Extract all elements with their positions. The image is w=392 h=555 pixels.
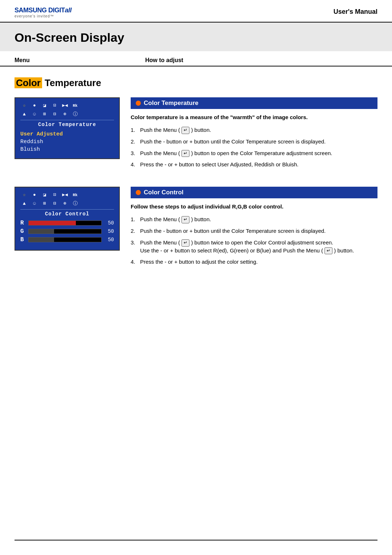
color-control-subtitle: Follow these steps to adjust individual …: [131, 203, 377, 210]
brand-name: SAMSUNG DIGITall: [15, 7, 72, 14]
osd-cc-icon-rk: Rk: [71, 192, 79, 198]
enter-button-cc-3: ↵: [181, 239, 189, 247]
main-content: Color Temperature ☆ ● ◪ ⊡ ▶◀ Rk ▲ ☺ ⊞ ⊟ …: [0, 66, 392, 295]
osd-cc-icon-contrast: ●: [30, 192, 38, 198]
osd-icon-contrast: ●: [30, 102, 38, 109]
enter-button-cc-3b: ↵: [324, 247, 332, 255]
ct-step-3: 3. Push the Menu ( ↵ ) button to open th…: [131, 149, 377, 157]
osd-icon-brightness: ☆: [20, 102, 28, 109]
osd-cc-label: Color Control: [20, 211, 114, 217]
osd-g-label: G: [20, 228, 26, 235]
osd-cc-icons-row2: ▲ ☺ ⊞ ⊟ ⊕ ⓘ: [20, 200, 114, 207]
color-control-row: ☆ ● ◪ ⊡ ▶◀ Rk ▲ ☺ ⊞ ⊟ ⊕ ⓘ Color Control …: [15, 187, 377, 270]
osd-icon-position: ⊡: [51, 102, 59, 109]
footer-line: [15, 540, 377, 540]
orange-dot-icon: [136, 101, 141, 106]
color-control-instructions: Color Control Follow these steps to adju…: [131, 187, 377, 270]
osd-b-bar-bg: [28, 237, 102, 242]
osd-g-bar-fill: [29, 229, 54, 234]
osd-g-row: G 50: [20, 228, 114, 235]
color-control-title: Color Control: [144, 189, 184, 196]
osd-r-value: 50: [104, 220, 114, 226]
osd-b-row: B 50: [20, 236, 114, 243]
color-temperature-steps: 1. Push the Menu ( ↵ ) button. 2. Push t…: [131, 126, 377, 169]
osd-cc-icons-row1: ☆ ● ◪ ⊡ ▶◀ Rk: [20, 192, 114, 198]
osd-divider: [20, 120, 114, 120]
cc-step-3: 3. Push the Menu ( ↵ ) button twice to o…: [131, 239, 377, 255]
osd-cc-icon-brightness: ☆: [20, 192, 28, 198]
osd-b-label: B: [20, 236, 26, 243]
color-temperature-osd: ☆ ● ◪ ⊡ ▶◀ Rk ▲ ☺ ⊞ ⊟ ⊕ ⓘ Color Temperat…: [15, 97, 120, 159]
enter-button-icon-2: ↵: [181, 150, 189, 157]
section-heading-highlight: Color: [15, 77, 42, 88]
color-temperature-subtitle: Color temperature is a measure of the "w…: [131, 113, 377, 121]
color-temperature-title-bar: Color Temperature: [131, 97, 377, 109]
color-temperature-row: ☆ ● ◪ ⊡ ▶◀ Rk ▲ ☺ ⊞ ⊟ ⊕ ⓘ Color Temperat…: [15, 97, 377, 172]
osd-cc-icon-sizing: ▶◀: [61, 192, 69, 198]
osd-cc-icon-info: ⓘ: [71, 200, 79, 207]
ct-step-2: 2. Push the - button or + button until t…: [131, 138, 377, 146]
osd-icon-warning: ▲: [20, 111, 28, 118]
osd-icon-sizing: ▶◀: [61, 102, 69, 109]
manual-title: User's Manual: [334, 7, 377, 16]
ct-step-4: 4. Press the - or + button to select Use…: [131, 161, 377, 169]
osd-item-bluish: Bluish: [20, 146, 114, 153]
ct-step-1: 1. Push the Menu ( ↵ ) button.: [131, 126, 377, 134]
osd-cc-divider: [20, 209, 114, 210]
osd-cc-icon-warning: ▲: [20, 200, 28, 207]
page-header: SAMSUNG DIGITall everyone's invited™ Use…: [0, 0, 392, 23]
section-heading: Color Temperature: [15, 77, 377, 89]
osd-icon-minus-box: ⊟: [51, 111, 59, 118]
logo-area: SAMSUNG DIGITall everyone's invited™: [15, 7, 72, 18]
osd-r-row: R 50: [20, 220, 114, 226]
color-control-osd: ☆ ● ◪ ⊡ ▶◀ Rk ▲ ☺ ⊞ ⊟ ⊕ ⓘ Color Control …: [15, 187, 120, 251]
osd-cc-icon-minus-box: ⊟: [51, 200, 59, 207]
enter-button-cc-1: ↵: [181, 216, 189, 223]
osd-icon-image: ◪: [41, 102, 49, 109]
osd-r-label: R: [20, 220, 26, 226]
osd-cc-icon-smile: ☺: [30, 200, 38, 207]
osd-icon-info: ⓘ: [71, 111, 79, 118]
osd-item-reddish: Reddish: [20, 138, 114, 146]
osd-ct-label: Color Temperature: [20, 122, 114, 127]
page-title-banner: On-Screen Display: [0, 23, 392, 51]
osd-icons-row1: ☆ ● ◪ ⊡ ▶◀ Rk: [20, 102, 114, 109]
osd-r-bar-bg: [28, 220, 102, 226]
cc-step-1: 1. Push the Menu ( ↵ ) button.: [131, 215, 377, 223]
osd-cc-icon-position: ⊡: [51, 192, 59, 198]
osd-icons-row2: ▲ ☺ ⊞ ⊟ ⊕ ⓘ: [20, 111, 114, 118]
color-control-steps: 1. Push the Menu ( ↵ ) button. 2. Push t…: [131, 215, 377, 266]
color-temperature-title: Color Temperature: [144, 100, 199, 107]
column-menu-header: Menu: [15, 57, 145, 64]
osd-b-value: 50: [104, 237, 114, 243]
osd-g-bar-bg: [28, 229, 102, 234]
orange-dot-cc-icon: [136, 190, 141, 195]
cc-step-2: 2. Push the - button or + button until t…: [131, 227, 377, 235]
osd-icon-smile: ☺: [30, 111, 38, 118]
cc-step-4: 4. Press the - or + button to adjust the…: [131, 258, 377, 266]
brand-italic: all: [65, 7, 72, 14]
page-title: On-Screen Display: [15, 31, 377, 45]
enter-button-icon: ↵: [181, 127, 189, 134]
brand-logo: SAMSUNG DIGITall: [15, 7, 72, 14]
color-temperature-instructions: Color Temperature Color temperature is a…: [131, 97, 377, 172]
osd-item-user-adjusted: User Adjusted: [20, 130, 114, 138]
osd-r-bar-fill: [29, 221, 76, 225]
color-control-title-bar: Color Control: [131, 187, 377, 198]
osd-cc-icon-image: ◪: [41, 192, 49, 198]
osd-icon-plus-circle: ⊕: [61, 111, 69, 118]
osd-cc-icon-grid: ⊞: [41, 200, 49, 207]
column-adjust-header: How to adjust: [145, 57, 183, 64]
osd-icon-grid: ⊞: [41, 111, 49, 118]
column-headers: Menu How to adjust: [0, 51, 392, 66]
osd-g-value: 50: [104, 228, 114, 234]
brand-tagline: everyone's invited™: [15, 14, 72, 18]
osd-icon-rk: Rk: [71, 102, 79, 109]
osd-cc-icon-plus-circle: ⊕: [61, 200, 69, 207]
osd-b-bar-fill: [29, 238, 54, 242]
